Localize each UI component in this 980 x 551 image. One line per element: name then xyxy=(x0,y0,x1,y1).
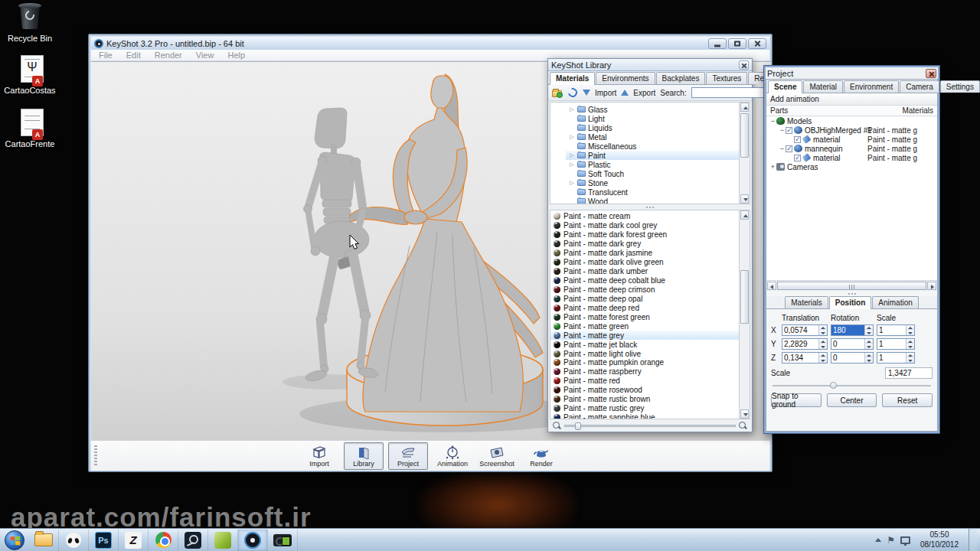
material-list-item[interactable]: Paint - matte rosewood xyxy=(550,386,739,395)
material-list-item[interactable]: Paint - matte rustic grey xyxy=(550,404,739,413)
close-icon[interactable] xyxy=(739,60,749,70)
translate-x-input[interactable]: 0,0574 xyxy=(782,324,828,336)
spin-down-icon[interactable] xyxy=(819,358,827,364)
taskbar-explorer-button[interactable] xyxy=(29,530,59,551)
scale-x-input[interactable]: 1 xyxy=(877,324,915,336)
rotate-x-input[interactable]: 180 xyxy=(831,324,874,336)
material-list-item[interactable]: Paint - matte deep crimson xyxy=(550,285,739,295)
taskbar-steam-button[interactable] xyxy=(178,530,208,551)
scroll-left-icon[interactable] xyxy=(767,282,776,290)
panel-splitter[interactable] xyxy=(548,204,752,210)
material-category-row[interactable]: ▷ Stone xyxy=(566,178,739,187)
taskbar-media-player-button[interactable] xyxy=(59,530,89,551)
export-arrow-icon[interactable] xyxy=(621,90,629,96)
sub-tab[interactable]: Materials xyxy=(785,296,828,308)
minimize-button[interactable] xyxy=(708,38,727,49)
animation-button[interactable]: Animation xyxy=(433,442,472,470)
material-list-item[interactable]: Paint - matte green xyxy=(550,321,739,331)
spin-down-icon[interactable] xyxy=(865,344,873,350)
refresh-icon[interactable] xyxy=(567,87,578,98)
tree-row-objhighmerged[interactable]: − OBJHighMerged #1 Paint - matte g xyxy=(766,126,937,135)
material-list-item[interactable]: Paint - matte dark umber xyxy=(550,267,739,276)
scale-y-input[interactable]: 1 xyxy=(877,338,915,350)
sub-tab[interactable]: Position xyxy=(829,296,871,309)
material-list-item[interactable]: Paint - matte red xyxy=(550,377,739,386)
maximize-button[interactable] xyxy=(728,38,746,49)
expander-icon[interactable]: ▷ xyxy=(569,180,575,186)
project-tab[interactable]: Settings xyxy=(940,80,980,93)
menu-item[interactable]: Edit xyxy=(126,51,141,60)
material-category-row[interactable]: Translucent xyxy=(566,187,739,197)
material-list-item[interactable]: Paint - matte raspberry xyxy=(550,367,739,377)
zoom-out-icon[interactable] xyxy=(553,422,561,430)
scale-slider[interactable] xyxy=(773,381,931,390)
spin-down-icon[interactable] xyxy=(865,331,873,336)
project-tab[interactable]: Camera xyxy=(900,80,939,93)
material-category-row[interactable]: ▷ Metal xyxy=(566,132,739,142)
close-icon[interactable] xyxy=(926,69,936,78)
list-scrollbar[interactable] xyxy=(739,210,750,419)
material-list-item[interactable]: Paint - matte deep cobalt blue xyxy=(550,276,739,285)
desktop-icon-recycle-bin[interactable]: Recycle Bin xyxy=(0,3,60,43)
material-list-item[interactable]: Paint - matte rustic brown xyxy=(550,395,739,404)
taskbar-photoshop-button[interactable]: Ps xyxy=(89,530,119,551)
translate-y-input[interactable]: 2,2829 xyxy=(782,338,828,350)
scroll-down-icon[interactable] xyxy=(740,409,749,419)
scale-value-input[interactable]: 1,3427 xyxy=(885,367,933,379)
expand-icon[interactable]: + xyxy=(769,163,776,171)
toolbar-grip[interactable] xyxy=(94,445,97,466)
reset-button[interactable]: Reset xyxy=(882,393,933,407)
material-list-item[interactable]: Paint - matte sapphire blue xyxy=(550,413,739,419)
library-tab[interactable]: Textures xyxy=(706,72,747,84)
tree-scrollbar[interactable] xyxy=(739,103,750,204)
tree-row-material[interactable]: material Paint - matte g xyxy=(766,135,937,144)
material-list-item[interactable]: Paint - matte forest green xyxy=(550,312,739,321)
desktop-icon-cartaofrente[interactable]: A CartaoFrente xyxy=(0,109,60,148)
rotate-y-input[interactable]: 0 xyxy=(831,338,874,350)
material-category-row[interactable]: Wood xyxy=(566,197,739,204)
show-desktop-button[interactable] xyxy=(969,529,977,551)
import-button[interactable]: Import xyxy=(299,442,339,470)
spin-down-icon[interactable] xyxy=(906,358,914,364)
collapse-icon[interactable]: − xyxy=(769,117,776,125)
scrollbar-thumb[interactable] xyxy=(740,113,749,158)
add-animation-button[interactable]: Add animation xyxy=(766,93,937,106)
material-category-row[interactable]: Light xyxy=(566,114,739,123)
library-tab[interactable]: Backplates xyxy=(656,72,706,84)
material-category-row[interactable]: ▷ Plastic xyxy=(566,160,739,169)
sub-tab[interactable]: Animation xyxy=(872,296,918,308)
scroll-up-icon[interactable] xyxy=(740,103,749,112)
hidden-icons-chevron-icon[interactable] xyxy=(875,538,881,542)
center-button[interactable]: Center xyxy=(827,393,877,407)
collapse-icon[interactable]: − xyxy=(779,126,786,134)
menu-item[interactable]: View xyxy=(196,51,214,60)
material-list-item[interactable]: Paint - matte cream xyxy=(550,212,739,221)
add-library-folder-icon[interactable] xyxy=(552,87,563,98)
spin-down-icon[interactable] xyxy=(906,344,914,350)
material-list-item[interactable]: Paint - matte dark olive green xyxy=(550,258,739,267)
visibility-checkbox[interactable] xyxy=(794,136,801,143)
scrollbar-thumb[interactable] xyxy=(740,270,749,324)
scroll-up-icon[interactable] xyxy=(740,210,749,220)
expander-icon[interactable]: ▷ xyxy=(569,106,575,112)
spin-down-icon[interactable] xyxy=(906,331,914,336)
menu-item[interactable]: Help xyxy=(227,51,245,60)
tree-row-models[interactable]: − Models xyxy=(766,116,937,126)
render-button[interactable]: Render xyxy=(521,442,561,470)
material-list-item[interactable]: Paint - matte light olive xyxy=(550,349,739,358)
screenshot-button[interactable]: Screenshot xyxy=(477,442,517,470)
action-center-flag-icon[interactable]: ⚑ xyxy=(887,536,895,545)
visibility-checkbox[interactable] xyxy=(786,145,792,152)
zoom-in-icon[interactable] xyxy=(739,422,747,430)
library-button[interactable]: Library xyxy=(344,442,384,470)
material-category-row[interactable]: Soft Touch xyxy=(566,169,739,178)
material-list-item[interactable]: Paint - matte dark cool grey xyxy=(550,221,739,230)
material-list-item[interactable]: Paint - matte grey xyxy=(550,331,739,340)
spin-down-icon[interactable] xyxy=(865,358,873,364)
parts-horizontal-scrollbar[interactable] xyxy=(766,280,937,291)
project-tab[interactable]: Material xyxy=(803,80,843,93)
library-tab[interactable]: Materials xyxy=(550,72,595,85)
expander-icon[interactable]: ▷ xyxy=(569,152,575,158)
panel-splitter[interactable] xyxy=(766,291,937,296)
material-category-row[interactable]: Liquids xyxy=(566,123,739,132)
